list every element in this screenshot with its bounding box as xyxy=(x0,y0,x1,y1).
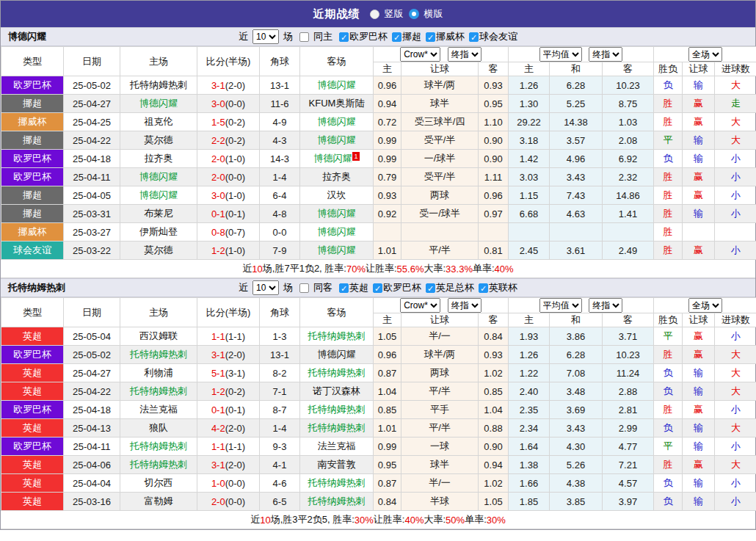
league-filter-label[interactable]: 英联杯 xyxy=(489,281,517,294)
result-cell: 平 xyxy=(654,327,683,346)
home-team-link[interactable]: 法兰克福 xyxy=(139,404,178,415)
away-team-link[interactable]: 托特纳姆热刺 xyxy=(308,495,366,506)
home-team-link[interactable]: 博德闪耀 xyxy=(139,189,178,200)
home-team-link[interactable]: 西汉姆联 xyxy=(139,330,178,341)
same-venue-checkbox[interactable] xyxy=(299,283,309,293)
away-team-cell: 汉坎 xyxy=(300,186,374,205)
result-scope-select[interactable]: 全场 xyxy=(688,47,722,62)
away-team-link[interactable]: 博德闪耀 xyxy=(318,208,356,219)
away-team-link[interactable]: 托特纳姆热刺 xyxy=(308,367,366,378)
home-team-link[interactable]: 博德闪耀 xyxy=(139,171,178,182)
away-team-link[interactable]: 托特纳姆热刺 xyxy=(308,330,366,341)
home-team-link[interactable]: 切尔西 xyxy=(145,477,173,488)
handicap-cell: 半球 xyxy=(401,493,479,511)
goals-result-cell: 小 xyxy=(715,474,756,493)
result-cell: 胜 xyxy=(654,186,683,205)
away-team-link[interactable]: 托特纳姆热刺 xyxy=(308,477,366,488)
league-filter-label[interactable]: 挪威杯 xyxy=(436,30,465,43)
score-cell: 1-1(1-1) xyxy=(197,327,260,346)
page-title: 近期战绩 xyxy=(313,7,360,21)
home-team-link[interactable]: 富勒姆 xyxy=(145,495,173,506)
away-team-link[interactable]: 博德闪耀 xyxy=(318,79,356,90)
away-odds-cell: 0.96 xyxy=(479,186,509,205)
home-team-link[interactable]: 祖克伦 xyxy=(145,116,173,127)
league-checkbox-checked-icon[interactable]: ✓ xyxy=(373,283,382,293)
away-team-link[interactable]: 南安普敦 xyxy=(318,459,356,470)
home-team-link[interactable]: 托特纳姆热刺 xyxy=(130,79,187,90)
league-badge: 欧罗巴杯 xyxy=(1,150,64,168)
league-checkbox-checked-icon[interactable]: ✓ xyxy=(469,32,479,42)
radio-vertical-label[interactable]: 竖版 xyxy=(385,7,404,21)
league-checkbox-checked-icon[interactable]: ✓ xyxy=(479,283,488,293)
league-checkbox-checked-icon[interactable]: ✓ xyxy=(339,32,349,42)
away-team-link[interactable]: 博德闪耀 xyxy=(318,116,356,127)
handicap-cell: 两球 xyxy=(401,186,479,205)
league-checkbox-checked-icon[interactable]: ✓ xyxy=(392,32,401,42)
result-cell: 胜 xyxy=(654,401,683,419)
radio-horizontal-icon[interactable] xyxy=(409,9,419,19)
avg-home-cell: 2.40 xyxy=(509,382,550,401)
home-team-link[interactable]: 博德闪耀 xyxy=(139,98,178,109)
home-team-link[interactable]: 托特纳姆热刺 xyxy=(130,459,187,470)
radio-horizontal-label[interactable]: 横版 xyxy=(424,7,443,21)
league-filters: ✓欧罗巴杯✓挪超✓挪威杯✓球会友谊 xyxy=(335,30,517,43)
away-team-link[interactable]: 博德闪耀 xyxy=(318,349,356,360)
league-checkbox-checked-icon[interactable]: ✓ xyxy=(339,283,349,293)
league-filter-label[interactable]: 挪超 xyxy=(402,30,421,43)
corner-cell: 8-2 xyxy=(260,364,300,382)
odds-source-select[interactable]: Crow* xyxy=(400,47,440,62)
avg-time-select[interactable]: 终指 xyxy=(589,298,622,313)
avg-time-select[interactable]: 终指 xyxy=(589,47,622,62)
odds-source-select[interactable]: Crow* xyxy=(400,298,440,313)
away-team-link[interactable]: 拉齐奥 xyxy=(322,171,351,182)
odds-time-select[interactable]: 终指 xyxy=(448,298,481,313)
home-team-link[interactable]: 伊斯灿登 xyxy=(139,226,178,237)
away-team-link[interactable]: 博德闪耀 xyxy=(318,226,356,237)
away-team-link[interactable]: KFUM奥斯陆 xyxy=(309,98,365,109)
away-team-link[interactable]: 博德闪耀 xyxy=(318,134,356,145)
corner-cell: 13-1 xyxy=(260,346,300,364)
odds-time-select[interactable]: 终指 xyxy=(448,47,481,62)
league-filter-label[interactable]: 欧罗巴杯 xyxy=(383,281,421,294)
avg-source-select[interactable]: 平均值 xyxy=(539,47,582,62)
home-team-link[interactable]: 托特纳姆热刺 xyxy=(130,349,187,360)
same-venue-label[interactable]: 同主 xyxy=(313,30,332,43)
same-venue-label[interactable]: 同客 xyxy=(313,281,332,294)
result-group-header: 全场 xyxy=(654,47,756,62)
league-badge: 英超 xyxy=(1,493,64,511)
league-filter-label[interactable]: 球会友谊 xyxy=(479,30,517,43)
halftime-score: (3-1) xyxy=(225,368,245,379)
home-team-link[interactable]: 托特纳姆热刺 xyxy=(130,440,187,451)
league-checkbox-checked-icon[interactable]: ✓ xyxy=(426,32,435,42)
away-team-link[interactable]: 法兰克福 xyxy=(318,440,356,451)
home-team-link[interactable]: 利物浦 xyxy=(145,367,173,378)
match-count-select[interactable]: 10 xyxy=(252,29,279,44)
away-team-cell: 博德闪耀1 xyxy=(300,150,374,168)
home-team-link[interactable]: 布莱尼 xyxy=(145,208,173,219)
avg-source-select[interactable]: 平均值 xyxy=(539,298,582,313)
home-team-link[interactable]: 拉齐奥 xyxy=(145,153,173,164)
table-row: 欧罗巴杯25-04-11托特纳姆热刺1-1(1-1)9-3法兰克福0.99一球0… xyxy=(1,437,756,456)
score-cell: 0-8(0-7) xyxy=(197,223,260,242)
away-team-link[interactable]: 诺丁汉森林 xyxy=(313,385,360,396)
home-team-link[interactable]: 狼队 xyxy=(149,422,168,433)
table-row: 欧罗巴杯25-04-18法兰克福0-1(0-1)8-7托特纳姆热刺0.85平手1… xyxy=(1,401,756,419)
result-scope-select[interactable]: 全场 xyxy=(688,298,722,313)
match-count-select[interactable]: 10 xyxy=(252,280,279,295)
radio-vertical-icon[interactable] xyxy=(370,10,379,19)
home-team-cell: 西汉姆联 xyxy=(120,327,197,346)
home-team-link[interactable]: 莫尔德 xyxy=(145,134,173,145)
handicap-result-cell: 输 xyxy=(683,419,715,437)
league-filter-label[interactable]: 英超 xyxy=(349,281,368,294)
league-checkbox-checked-icon[interactable]: ✓ xyxy=(426,283,435,293)
away-team-link[interactable]: 汉坎 xyxy=(327,189,346,200)
league-filter-label[interactable]: 英足总杯 xyxy=(436,281,474,294)
away-team-link[interactable]: 托特纳姆热刺 xyxy=(308,404,366,415)
same-venue-checkbox[interactable] xyxy=(299,32,309,42)
away-team-link[interactable]: 博德闪耀 xyxy=(318,244,356,255)
home-team-link[interactable]: 托特纳姆热刺 xyxy=(130,385,187,396)
away-team-link[interactable]: 博德闪耀 xyxy=(313,153,352,164)
home-team-link[interactable]: 莫尔德 xyxy=(145,244,173,255)
away-team-link[interactable]: 托特纳姆热刺 xyxy=(308,422,366,433)
league-filter-label[interactable]: 欧罗巴杯 xyxy=(349,30,388,43)
